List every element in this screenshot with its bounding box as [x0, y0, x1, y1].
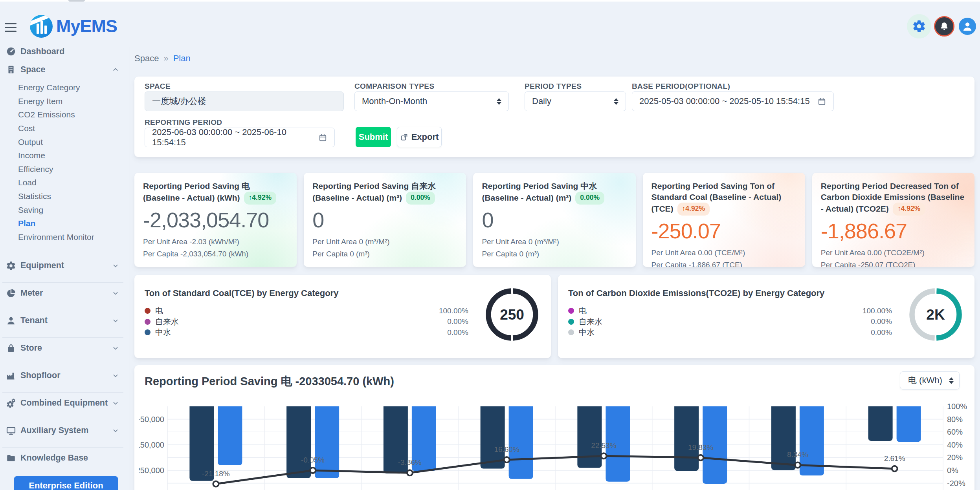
legend-label: 电 — [579, 305, 587, 316]
sidebar-subitem-energy-item[interactable]: Energy Item — [0, 95, 130, 108]
summary-card-4: Reporting Period Decreased Ton of Carbon… — [812, 173, 974, 267]
saving-rate-label: -3.86% — [398, 458, 422, 466]
legend-row[interactable]: 自来水 0.00% — [568, 316, 965, 327]
topbar: MyEMS — [0, 2, 980, 47]
sidebar-subitem-plan[interactable]: Plan — [0, 217, 130, 230]
sidebar-subitem-co2-emissions[interactable]: CO2 Emissions — [0, 108, 130, 122]
sidebar-item-label: Equipment — [20, 261, 64, 271]
summary-card-value: -250.07 — [651, 219, 796, 243]
sidebar-item-auxiliary-system[interactable]: Auxiliary System — [0, 420, 130, 441]
saving-rate-label: 22.53% — [591, 441, 617, 450]
legend-row[interactable]: 中水 0.00% — [568, 327, 965, 338]
reporting-period-input[interactable]: 2025-06-03 00:00:00 ~ 2025-06-10 15:54:1… — [145, 128, 335, 147]
summary-card-value: 0 — [312, 208, 457, 232]
right-axis-tick: -20% — [947, 479, 965, 488]
sidebar-item-knowledge-base[interactable]: Knowledge Base — [0, 448, 130, 468]
saving-rate-label: 19.83% — [688, 443, 714, 452]
legend-percent: 0.00% — [447, 317, 468, 326]
space-input[interactable]: 一度城/办公楼 — [145, 91, 344, 111]
comparison-types-select[interactable]: Month-On-Month — [354, 91, 509, 111]
line-marker — [698, 455, 703, 461]
donut-chart: 2K — [906, 285, 965, 344]
legend-dot — [568, 329, 574, 335]
sidebar-subitem-income[interactable]: Income — [0, 149, 130, 163]
saving-rate-label: 2.61% — [884, 454, 905, 463]
per-unit-area-text: Per Unit Area 0.00 (TCO2E/M²) — [821, 249, 966, 257]
notifications-bell-button[interactable] — [934, 16, 954, 37]
chevron-down-icon — [112, 427, 119, 435]
sidebar-item-meter[interactable]: Meter — [0, 283, 130, 304]
change-badge: ↑4.92% — [893, 203, 925, 215]
sidebar-subitem-cost[interactable]: Cost — [0, 122, 130, 135]
sidebar-item-label: Store — [20, 343, 42, 353]
line-marker — [795, 462, 800, 468]
sidebar-subitem-saving[interactable]: Saving — [0, 203, 130, 217]
settings-gear-button[interactable] — [907, 14, 931, 38]
sidebar-item-space[interactable]: Space — [0, 60, 130, 79]
factory-icon — [6, 370, 16, 381]
sidebar-subitem-output[interactable]: Output — [0, 135, 130, 149]
person-icon — [6, 315, 16, 326]
export-button[interactable]: Export — [397, 127, 442, 147]
sidebar-subitem-environment-monitor[interactable]: Environment Monitor — [0, 230, 130, 244]
energy-unit-select[interactable]: 电 (kWh) — [900, 371, 960, 389]
sidebar-item-label: Auxiliary System — [20, 426, 88, 435]
donut-cards-row: Ton of Standard Coal(TCE) by Energy Cate… — [134, 275, 974, 358]
sidebar-item-dashboard[interactable]: Dashboard — [0, 42, 130, 60]
sidebar-item-label: Dashboard — [20, 47, 64, 57]
gear-icon — [6, 260, 16, 271]
line-marker — [407, 470, 413, 475]
summary-card-value: -2,033,054.70 — [143, 208, 288, 232]
sidebar-item-shopfloor[interactable]: Shopfloor — [0, 365, 130, 386]
select-arrows-icon — [614, 98, 618, 105]
sidebar-item-store[interactable]: Store — [0, 338, 130, 358]
hamburger-menu-icon[interactable] — [5, 23, 17, 32]
period-types-select[interactable]: Daily — [525, 91, 626, 111]
actual-bar — [897, 406, 921, 442]
summary-card-title-text: Reporting Period Saving Ton of Standard … — [651, 181, 782, 213]
logo-icon — [30, 15, 53, 38]
submit-button[interactable]: Submit — [356, 127, 391, 147]
sidebar-item-tenant[interactable]: Tenant — [0, 310, 130, 331]
legend-percent: 100.00% — [439, 307, 468, 315]
baseline-bar — [674, 406, 699, 471]
base-period-input[interactable]: 2025-05-03 00:00:00 ~ 2025-05-10 15:54:1… — [632, 91, 834, 111]
sidebar-item-combined-equipment[interactable]: Combined Equipment — [0, 393, 130, 413]
sidebar-subitem-statistics[interactable]: Statistics — [0, 190, 130, 203]
sidebar-subitem-efficiency[interactable]: Efficiency — [0, 163, 130, 176]
right-axis-tick: 0% — [947, 466, 958, 475]
sidebar-subitem-energy-category[interactable]: Energy Category — [0, 81, 130, 95]
change-badge: 0.00% — [575, 192, 604, 204]
saving-chart-card: Reporting Period Saving 电 -2033054.70 (k… — [134, 365, 974, 490]
breadcrumb-space-link[interactable]: Space — [134, 53, 159, 64]
legend-percent: 0.00% — [447, 328, 468, 337]
legend-row[interactable]: 电 100.00% — [145, 305, 541, 316]
legend-dot — [568, 319, 574, 325]
legend-dot — [145, 319, 150, 325]
per-capita-text: Per Capita -2,033,054.70 (kWh) — [143, 250, 288, 258]
sidebar-subitem-load[interactable]: Load — [0, 176, 130, 190]
actual-bar — [315, 406, 339, 478]
baseline-bar — [577, 406, 602, 468]
legend-row[interactable]: 电 100.00% — [568, 305, 965, 316]
enterprise-edition-button[interactable]: Enterprise Edition — [14, 476, 118, 490]
building-icon — [6, 64, 16, 75]
legend-row[interactable]: 中水 0.00% — [145, 327, 541, 338]
legend-dot — [145, 308, 150, 314]
calendar-icon — [318, 133, 327, 142]
bar-line-chart: -50,000-150,000-250,000100%80%60%40%20%0… — [139, 393, 970, 490]
legend-row[interactable]: 自来水 0.00% — [145, 316, 541, 327]
baseline-bar — [286, 406, 311, 478]
logo[interactable]: MyEMS — [30, 15, 117, 38]
donut-card-1: Ton of Carbon Dioxide Emissions(TCO2E) b… — [558, 275, 974, 358]
right-axis-tick: 20% — [947, 453, 963, 462]
summary-card-value: -1,886.67 — [821, 219, 966, 243]
energy-unit-value: 电 (kWh) — [908, 375, 944, 386]
topbar-actions — [907, 13, 976, 39]
user-avatar-icon — [962, 20, 973, 32]
sidebar-item-equipment[interactable]: Equipment — [0, 255, 130, 276]
user-avatar[interactable] — [959, 18, 976, 35]
donut-legend: 电 100.00% 自来水 0.00% 中水 0.00% — [568, 305, 965, 338]
per-unit-area-text: Per Unit Area 0 (m³/M²) — [312, 238, 457, 246]
saving-rate-label: 8.34% — [787, 450, 808, 459]
